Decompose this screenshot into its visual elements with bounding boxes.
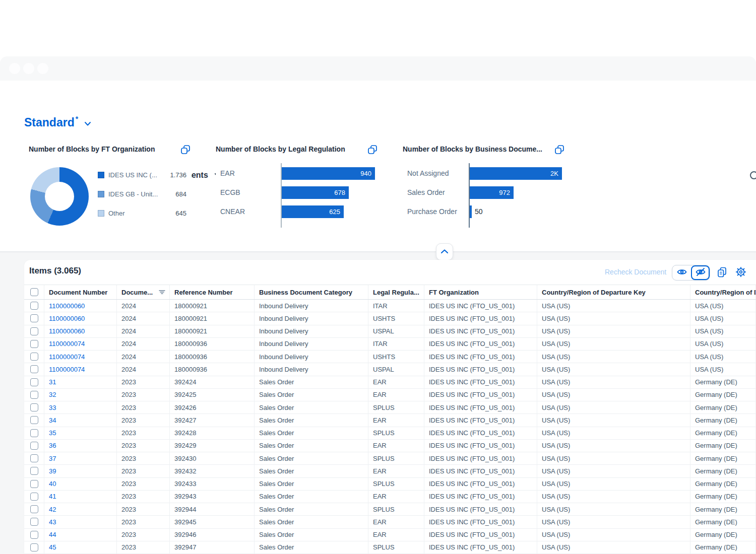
row-select-cell <box>24 478 44 490</box>
bar[interactable]: 678 <box>282 186 349 199</box>
cell-document-number-link[interactable]: 1100000060 <box>44 325 117 337</box>
table-cell: Germany (DE) <box>690 529 756 541</box>
cell-document-number-link[interactable]: 1100000074 <box>44 351 117 363</box>
table-cell: USA (US) <box>690 312 756 324</box>
row-checkbox[interactable] <box>30 467 38 475</box>
row-checkbox[interactable] <box>30 442 38 450</box>
search-button[interactable] <box>749 171 756 184</box>
table-cell: Inbound Delivery <box>255 312 368 324</box>
column-header-6[interactable]: FT Organization <box>424 285 537 299</box>
column-header-7[interactable]: Country/Region of Departure Key <box>537 285 690 299</box>
chevron-down-icon[interactable] <box>84 119 91 128</box>
bar[interactable]: 2K <box>470 167 562 180</box>
row-checkbox[interactable] <box>30 416 38 424</box>
row-checkbox[interactable] <box>30 340 38 348</box>
row-checkbox[interactable] <box>30 429 38 437</box>
select-all-checkbox[interactable] <box>30 288 38 296</box>
table-cell: 2024 <box>117 338 170 350</box>
cell-document-number-link[interactable]: 40 <box>44 478 117 490</box>
variant-selector[interactable]: Standard * <box>24 114 91 131</box>
bar[interactable]: 940 <box>282 167 375 180</box>
table-cell: IDES US INC (FTO_US_001) <box>424 529 537 541</box>
bar[interactable] <box>470 205 472 218</box>
row-checkbox[interactable] <box>30 403 38 411</box>
row-checkbox[interactable] <box>30 314 38 322</box>
cell-document-number-link[interactable]: 31 <box>44 376 117 388</box>
copy-chart-button[interactable] <box>180 144 191 157</box>
row-checkbox[interactable] <box>30 353 38 361</box>
row-checkbox[interactable] <box>30 531 38 539</box>
eye-off-icon <box>695 267 706 279</box>
copy-button[interactable] <box>716 267 728 279</box>
table-cell: Sales Order <box>255 401 368 413</box>
cell-document-number-link[interactable]: 32 <box>44 389 117 401</box>
row-checkbox[interactable] <box>30 543 38 551</box>
table-cell: 2023 <box>117 529 170 541</box>
cell-document-number-link[interactable]: 44 <box>44 529 117 541</box>
table-cell: Sales Order <box>255 389 368 401</box>
cell-document-number-link[interactable]: 1100000060 <box>44 300 117 312</box>
bar[interactable]: 625 <box>282 205 344 218</box>
table-cell: Germany (DE) <box>690 414 756 426</box>
table-cell: Sales Order <box>255 478 368 490</box>
table-row: 422023392944Sales OrderSPLUSIDES US INC … <box>24 503 756 516</box>
table-toolbar: Recheck Document <box>24 265 756 281</box>
row-checkbox[interactable] <box>30 518 38 526</box>
column-header-3[interactable]: Reference Number <box>170 285 255 299</box>
donut-chart[interactable] <box>30 167 89 226</box>
legend-item[interactable]: IDES GB - Unit...684 <box>98 187 186 200</box>
recheck-document-button[interactable]: Recheck Document <box>605 268 666 276</box>
table-cell: 392945 <box>170 516 255 528</box>
row-checkbox[interactable] <box>30 493 38 501</box>
eye-icon <box>676 267 687 279</box>
cell-document-number-link[interactable]: 39 <box>44 465 117 477</box>
bar[interactable]: 972 <box>470 186 514 199</box>
bar-chart[interactable]: EAR940ECGB678CNEAR625 <box>216 165 378 226</box>
cell-document-number-link[interactable]: 1100000060 <box>44 312 117 324</box>
bar-chart[interactable]: Not Assigned2KSales Order972Purchase Ord… <box>403 165 565 226</box>
row-select-cell <box>24 389 44 401</box>
cell-document-number-link[interactable]: 1100000074 <box>44 338 117 350</box>
table-cell: 392426 <box>170 401 255 413</box>
table-cell: 392427 <box>170 414 255 426</box>
row-checkbox[interactable] <box>30 505 38 513</box>
cell-document-number-link[interactable]: 34 <box>44 414 117 426</box>
table-cell: USHTS <box>368 312 424 324</box>
cell-document-number-link[interactable]: 35 <box>44 427 117 439</box>
column-header-8[interactable]: Country/Region of D <box>690 285 756 299</box>
cell-document-number-link[interactable]: 41 <box>44 491 117 503</box>
column-header-2[interactable]: Docume... <box>117 285 170 299</box>
cell-document-number-link[interactable]: 45 <box>44 541 117 553</box>
table-cell: Sales Order <box>255 452 368 464</box>
column-header-5[interactable]: Legal Regula... <box>368 285 424 299</box>
table-cell: EAR <box>368 389 424 401</box>
cell-document-number-link[interactable]: 42 <box>44 503 117 515</box>
copy-chart-button[interactable] <box>367 144 378 157</box>
row-checkbox[interactable] <box>30 378 38 386</box>
row-checkbox[interactable] <box>30 391 38 399</box>
cell-document-number-link[interactable]: 37 <box>44 452 117 464</box>
settings-button[interactable] <box>735 267 747 279</box>
show-details-button[interactable] <box>672 265 691 280</box>
hide-details-button[interactable] <box>691 265 710 280</box>
cell-document-number-link[interactable]: 36 <box>44 440 117 452</box>
table-cell: Germany (DE) <box>690 478 756 490</box>
legend-item[interactable]: Other645 <box>98 206 186 220</box>
table-cell: 392943 <box>170 491 255 503</box>
column-header-1[interactable]: Document Number <box>44 285 117 299</box>
legend-item[interactable]: IDES US INC (...1.736 <box>98 168 186 181</box>
table-cell: IDES US INC (FTO_US_001) <box>424 300 537 312</box>
row-checkbox[interactable] <box>30 454 38 462</box>
copy-chart-button[interactable] <box>554 144 565 157</box>
row-checkbox[interactable] <box>30 365 38 373</box>
row-select-cell <box>24 465 44 477</box>
legend-swatch <box>98 191 104 197</box>
cell-document-number-link[interactable]: 33 <box>44 401 117 413</box>
cell-document-number-link[interactable]: 43 <box>44 516 117 528</box>
collapse-header-button[interactable] <box>436 243 453 260</box>
row-checkbox[interactable] <box>30 480 38 488</box>
row-checkbox[interactable] <box>30 327 38 335</box>
cell-document-number-link[interactable]: 1100000074 <box>44 363 117 375</box>
column-header-4[interactable]: Business Document Category <box>255 285 368 299</box>
row-checkbox[interactable] <box>30 302 38 310</box>
